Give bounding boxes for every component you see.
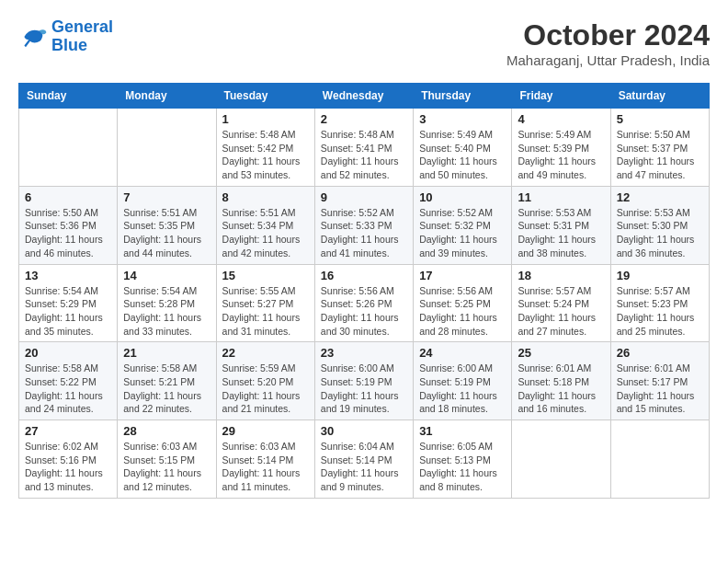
calendar-cell: 6Sunrise: 5:50 AM Sunset: 5:36 PM Daylig… <box>19 186 118 264</box>
page-header: General Blue October 2024 Maharaganj, Ut… <box>18 18 710 68</box>
day-number: 11 <box>518 190 604 204</box>
calendar-cell: 2Sunrise: 5:48 AM Sunset: 5:41 PM Daylig… <box>314 109 413 187</box>
calendar-cell: 11Sunrise: 5:53 AM Sunset: 5:31 PM Dayli… <box>512 186 610 264</box>
day-info: Sunrise: 5:51 AM Sunset: 5:34 PM Dayligh… <box>222 206 309 260</box>
calendar-cell: 12Sunrise: 5:53 AM Sunset: 5:30 PM Dayli… <box>610 186 709 264</box>
calendar-cell: 25Sunrise: 6:01 AM Sunset: 5:18 PM Dayli… <box>512 342 610 420</box>
calendar-cell <box>512 420 610 499</box>
day-info: Sunrise: 6:03 AM Sunset: 5:14 PM Dayligh… <box>222 440 309 494</box>
calendar-cell: 28Sunrise: 6:03 AM Sunset: 5:15 PM Dayli… <box>118 420 216 499</box>
day-info: Sunrise: 5:51 AM Sunset: 5:35 PM Dayligh… <box>123 206 210 260</box>
day-info: Sunrise: 5:56 AM Sunset: 5:25 PM Dayligh… <box>419 284 506 339</box>
title-area: October 2024 Maharaganj, Uttar Pradesh, … <box>506 18 710 68</box>
day-info: Sunrise: 5:54 AM Sunset: 5:29 PM Dayligh… <box>25 284 111 339</box>
calendar-cell: 17Sunrise: 5:56 AM Sunset: 5:25 PM Dayli… <box>414 264 512 342</box>
calendar-cell: 8Sunrise: 5:51 AM Sunset: 5:34 PM Daylig… <box>216 186 314 264</box>
day-number: 1 <box>222 112 309 126</box>
day-number: 28 <box>123 424 210 438</box>
day-number: 8 <box>222 190 309 204</box>
day-number: 21 <box>123 346 210 360</box>
calendar-week-row: 6Sunrise: 5:50 AM Sunset: 5:36 PM Daylig… <box>19 186 710 264</box>
calendar-cell: 21Sunrise: 5:58 AM Sunset: 5:21 PM Dayli… <box>118 342 216 420</box>
day-info: Sunrise: 6:03 AM Sunset: 5:15 PM Dayligh… <box>123 440 210 494</box>
weekday-header-thursday: Thursday <box>414 84 512 109</box>
day-info: Sunrise: 6:04 AM Sunset: 5:14 PM Dayligh… <box>321 440 407 494</box>
calendar-cell: 23Sunrise: 6:00 AM Sunset: 5:19 PM Dayli… <box>314 342 413 420</box>
calendar-cell: 22Sunrise: 5:59 AM Sunset: 5:20 PM Dayli… <box>216 342 314 420</box>
calendar-cell <box>19 109 118 187</box>
day-number: 29 <box>222 424 309 438</box>
calendar-cell: 26Sunrise: 6:01 AM Sunset: 5:17 PM Dayli… <box>610 342 709 420</box>
day-number: 27 <box>25 424 111 438</box>
calendar-cell: 10Sunrise: 5:52 AM Sunset: 5:32 PM Dayli… <box>414 186 512 264</box>
calendar-cell: 9Sunrise: 5:52 AM Sunset: 5:33 PM Daylig… <box>314 186 413 264</box>
day-info: Sunrise: 6:01 AM Sunset: 5:18 PM Dayligh… <box>518 362 604 416</box>
day-info: Sunrise: 5:55 AM Sunset: 5:27 PM Dayligh… <box>222 284 309 339</box>
calendar-week-row: 27Sunrise: 6:02 AM Sunset: 5:16 PM Dayli… <box>19 420 710 499</box>
day-info: Sunrise: 5:53 AM Sunset: 5:30 PM Dayligh… <box>617 206 703 260</box>
day-number: 2 <box>321 112 407 126</box>
day-number: 4 <box>518 112 604 126</box>
day-number: 9 <box>321 190 407 204</box>
day-info: Sunrise: 6:00 AM Sunset: 5:19 PM Dayligh… <box>419 362 506 416</box>
day-info: Sunrise: 6:05 AM Sunset: 5:13 PM Dayligh… <box>419 440 506 494</box>
day-number: 15 <box>222 269 309 282</box>
calendar-cell: 5Sunrise: 5:50 AM Sunset: 5:37 PM Daylig… <box>610 109 709 187</box>
calendar-cell: 4Sunrise: 5:49 AM Sunset: 5:39 PM Daylig… <box>512 109 610 187</box>
day-number: 7 <box>123 190 210 204</box>
logo-icon <box>18 22 48 52</box>
calendar-week-row: 13Sunrise: 5:54 AM Sunset: 5:29 PM Dayli… <box>19 264 710 342</box>
day-info: Sunrise: 5:52 AM Sunset: 5:33 PM Dayligh… <box>321 206 407 260</box>
calendar-cell: 3Sunrise: 5:49 AM Sunset: 5:40 PM Daylig… <box>414 109 512 187</box>
day-number: 5 <box>617 112 703 126</box>
calendar-cell: 18Sunrise: 5:57 AM Sunset: 5:24 PM Dayli… <box>512 264 610 342</box>
weekday-header-tuesday: Tuesday <box>216 84 314 109</box>
calendar-cell: 1Sunrise: 5:48 AM Sunset: 5:42 PM Daylig… <box>216 109 314 187</box>
day-info: Sunrise: 5:48 AM Sunset: 5:42 PM Dayligh… <box>222 128 309 182</box>
day-info: Sunrise: 5:48 AM Sunset: 5:41 PM Dayligh… <box>321 128 407 182</box>
calendar-week-row: 20Sunrise: 5:58 AM Sunset: 5:22 PM Dayli… <box>19 342 710 420</box>
logo: General Blue <box>18 18 113 55</box>
calendar-cell: 7Sunrise: 5:51 AM Sunset: 5:35 PM Daylig… <box>118 186 216 264</box>
day-number: 22 <box>222 346 309 360</box>
day-info: Sunrise: 5:58 AM Sunset: 5:22 PM Dayligh… <box>25 362 111 416</box>
day-info: Sunrise: 5:56 AM Sunset: 5:26 PM Dayligh… <box>321 284 407 339</box>
calendar-table: SundayMondayTuesdayWednesdayThursdayFrid… <box>18 83 710 499</box>
day-info: Sunrise: 5:50 AM Sunset: 5:36 PM Dayligh… <box>25 206 111 260</box>
calendar-cell <box>610 420 709 499</box>
calendar-cell: 30Sunrise: 6:04 AM Sunset: 5:14 PM Dayli… <box>314 420 413 499</box>
day-number: 6 <box>25 190 111 204</box>
calendar-cell: 19Sunrise: 5:57 AM Sunset: 5:23 PM Dayli… <box>610 264 709 342</box>
calendar-cell: 20Sunrise: 5:58 AM Sunset: 5:22 PM Dayli… <box>19 342 118 420</box>
calendar-cell: 14Sunrise: 5:54 AM Sunset: 5:28 PM Dayli… <box>118 264 216 342</box>
day-number: 30 <box>321 424 407 438</box>
calendar-cell: 16Sunrise: 5:56 AM Sunset: 5:26 PM Dayli… <box>314 264 413 342</box>
day-info: Sunrise: 6:02 AM Sunset: 5:16 PM Dayligh… <box>25 440 111 494</box>
day-info: Sunrise: 5:58 AM Sunset: 5:21 PM Dayligh… <box>123 362 210 416</box>
day-info: Sunrise: 6:01 AM Sunset: 5:17 PM Dayligh… <box>617 362 703 416</box>
calendar-header-row: SundayMondayTuesdayWednesdayThursdayFrid… <box>19 84 710 109</box>
weekday-header-wednesday: Wednesday <box>314 84 413 109</box>
day-info: Sunrise: 5:49 AM Sunset: 5:40 PM Dayligh… <box>419 128 506 182</box>
day-info: Sunrise: 5:49 AM Sunset: 5:39 PM Dayligh… <box>518 128 604 182</box>
calendar-cell: 15Sunrise: 5:55 AM Sunset: 5:27 PM Dayli… <box>216 264 314 342</box>
day-number: 14 <box>123 269 210 282</box>
calendar-week-row: 1Sunrise: 5:48 AM Sunset: 5:42 PM Daylig… <box>19 109 710 187</box>
weekday-header-saturday: Saturday <box>610 84 709 109</box>
logo-text: General Blue <box>51 18 113 55</box>
day-number: 17 <box>419 269 506 282</box>
day-info: Sunrise: 5:57 AM Sunset: 5:23 PM Dayligh… <box>617 284 703 339</box>
calendar-cell: 13Sunrise: 5:54 AM Sunset: 5:29 PM Dayli… <box>19 264 118 342</box>
weekday-header-friday: Friday <box>512 84 610 109</box>
calendar-cell: 31Sunrise: 6:05 AM Sunset: 5:13 PM Dayli… <box>414 420 512 499</box>
day-number: 12 <box>617 190 703 204</box>
day-info: Sunrise: 5:53 AM Sunset: 5:31 PM Dayligh… <box>518 206 604 260</box>
day-info: Sunrise: 5:54 AM Sunset: 5:28 PM Dayligh… <box>123 284 210 339</box>
calendar-cell: 24Sunrise: 6:00 AM Sunset: 5:19 PM Dayli… <box>414 342 512 420</box>
day-number: 25 <box>518 346 604 360</box>
day-info: Sunrise: 5:57 AM Sunset: 5:24 PM Dayligh… <box>518 284 604 339</box>
day-number: 16 <box>321 269 407 282</box>
day-number: 13 <box>25 269 111 282</box>
weekday-header-sunday: Sunday <box>19 84 118 109</box>
calendar-cell: 27Sunrise: 6:02 AM Sunset: 5:16 PM Dayli… <box>19 420 118 499</box>
